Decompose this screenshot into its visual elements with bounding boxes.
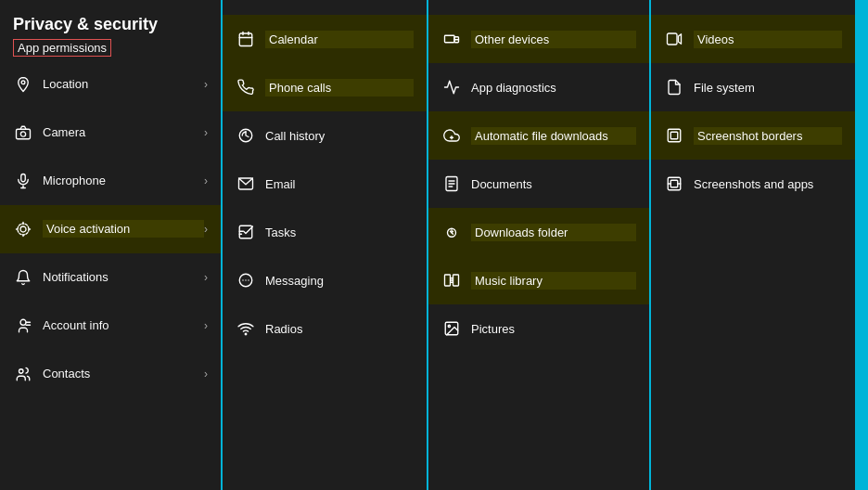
menu-item-calendar-label: Calendar — [265, 31, 414, 48]
menu-item-documents-label: Documents — [471, 177, 636, 191]
menu-item-music-label: Music library — [471, 272, 636, 290]
svg-rect-45 — [668, 129, 681, 142]
messaging-icon — [236, 270, 256, 290]
svg-rect-16 — [239, 33, 252, 46]
menu-item-app-diagnostics-label: App diagnostics — [471, 81, 636, 95]
menu-item-call-history-label: Call history — [265, 129, 414, 143]
panel-title: Privacy & security — [13, 15, 208, 35]
svg-rect-48 — [670, 180, 678, 187]
menu-item-downloads-folder[interactable]: Downloads folder — [428, 208, 649, 256]
menu-item-tasks[interactable]: Tasks — [223, 208, 427, 256]
downloads-folder-icon — [441, 222, 462, 242]
chevron-right-icon: › — [204, 78, 208, 91]
svg-point-15 — [19, 368, 24, 373]
menu-item-other-devices-label: Other devices — [471, 31, 636, 48]
sidebar-item-location[interactable]: Location › — [0, 60, 221, 109]
sidebar-item-contacts[interactable]: Contacts › — [0, 350, 221, 398]
menu-item-phone-label: Phone calls — [265, 79, 414, 97]
screenshot-borders-icon — [664, 125, 684, 146]
chevron-right-icon: › — [204, 368, 208, 380]
menu-item-videos[interactable]: Videos — [651, 15, 855, 63]
sidebar-item-voice-label: Voice activation — [43, 220, 204, 238]
menu-item-auto-downloads-label: Automatic file downloads — [471, 127, 636, 145]
svg-rect-1 — [17, 129, 31, 139]
menu-item-other-devices[interactable]: Other devices — [428, 15, 649, 63]
menu-item-email[interactable]: Email — [223, 160, 427, 208]
menu-item-screenshot-borders[interactable]: Screenshot borders — [651, 111, 855, 160]
screenshots-apps-icon — [664, 174, 684, 194]
app-diagnostics-icon — [441, 77, 462, 97]
sidebar-item-camera[interactable]: Camera › — [0, 109, 221, 157]
automatic-downloads-icon — [441, 125, 462, 146]
svg-rect-3 — [21, 174, 26, 181]
panel-header: Privacy & security App permissions — [0, 0, 221, 60]
calendar-icon — [236, 29, 256, 49]
menu-item-pictures[interactable]: Pictures — [428, 304, 649, 353]
sidebar-item-location-label: Location — [43, 77, 204, 91]
svg-point-2 — [20, 131, 25, 135]
notifications-icon — [13, 267, 33, 288]
svg-rect-46 — [670, 132, 678, 139]
menu-item-radios-label: Radios — [265, 322, 414, 336]
menu-item-pictures-label: Pictures — [471, 322, 636, 336]
svg-point-0 — [21, 80, 25, 84]
menu-item-screenshots-apps[interactable]: Screenshots and apps — [651, 160, 855, 208]
sidebar-item-notifications-label: Notifications — [43, 270, 204, 284]
menu-item-messaging-label: Messaging — [265, 274, 414, 288]
chevron-right-icon: › — [204, 319, 208, 332]
menu-item-calendar[interactable]: Calendar — [223, 15, 427, 63]
location-icon — [13, 74, 33, 95]
radios-icon — [236, 318, 256, 339]
svg-marker-44 — [679, 34, 682, 45]
menu-item-phone-calls[interactable]: Phone calls — [223, 63, 427, 111]
other-devices-icon — [441, 29, 462, 49]
svg-point-26 — [245, 333, 247, 335]
music-library-icon — [441, 270, 462, 290]
menu-item-documents[interactable]: Documents — [428, 160, 649, 208]
sidebar-item-notifications[interactable]: Notifications › — [0, 253, 221, 302]
videos-icon — [664, 29, 684, 49]
chevron-right-icon: › — [204, 271, 208, 284]
microphone-icon — [13, 171, 33, 191]
menu-item-file-system[interactable]: File system — [651, 63, 855, 111]
contacts-icon — [13, 364, 33, 384]
menu-item-videos-label: Videos — [694, 31, 842, 48]
chevron-right-icon: › — [204, 174, 208, 187]
call-history-icon — [236, 125, 256, 146]
menu-item-app-diagnostics[interactable]: App diagnostics — [428, 63, 649, 111]
account-info-icon — [13, 316, 33, 336]
pictures-icon — [441, 318, 462, 339]
svg-rect-27 — [445, 35, 455, 43]
menu-item-radios[interactable]: Radios — [223, 304, 427, 353]
sidebar-item-microphone[interactable]: Microphone › — [0, 157, 221, 205]
svg-point-6 — [20, 226, 26, 232]
menu-item-call-history[interactable]: Call history — [223, 111, 427, 160]
chevron-right-icon: › — [204, 126, 208, 139]
svg-point-42 — [448, 325, 450, 327]
panel-3: Other devices App diagnostics Automatic … — [428, 0, 649, 490]
app-permissions-label[interactable]: App permissions — [13, 39, 111, 57]
documents-icon — [441, 174, 462, 194]
sidebar-item-account-label: Account info — [43, 318, 204, 332]
panel-2: Calendar Phone calls Call history Email … — [223, 0, 427, 490]
voice-activation-icon — [13, 219, 33, 239]
svg-rect-37 — [453, 275, 459, 286]
menu-item-downloads-label: Downloads folder — [471, 224, 636, 241]
menu-item-screenshots-apps-label: Screenshots and apps — [694, 177, 842, 191]
svg-point-7 — [18, 224, 29, 235]
menu-item-email-label: Email — [265, 177, 414, 191]
svg-point-12 — [20, 319, 26, 325]
menu-item-music-library[interactable]: Music library — [428, 256, 649, 304]
menu-item-screenshot-borders-label: Screenshot borders — [694, 127, 842, 145]
sidebar-item-account-info[interactable]: Account info › — [0, 302, 221, 350]
phone-calls-icon — [236, 77, 256, 97]
svg-rect-43 — [668, 33, 678, 45]
menu-item-auto-downloads[interactable]: Automatic file downloads — [428, 111, 649, 160]
email-icon — [236, 174, 256, 194]
menu-item-messaging[interactable]: Messaging — [223, 256, 427, 304]
sidebar-item-microphone-label: Microphone — [43, 174, 204, 187]
sidebar-item-voice-activation[interactable]: Voice activation › — [0, 205, 221, 253]
tasks-icon — [236, 222, 256, 242]
panel-privacy-security: Privacy & security App permissions Locat… — [0, 0, 221, 490]
menu-item-file-system-label: File system — [694, 81, 842, 95]
